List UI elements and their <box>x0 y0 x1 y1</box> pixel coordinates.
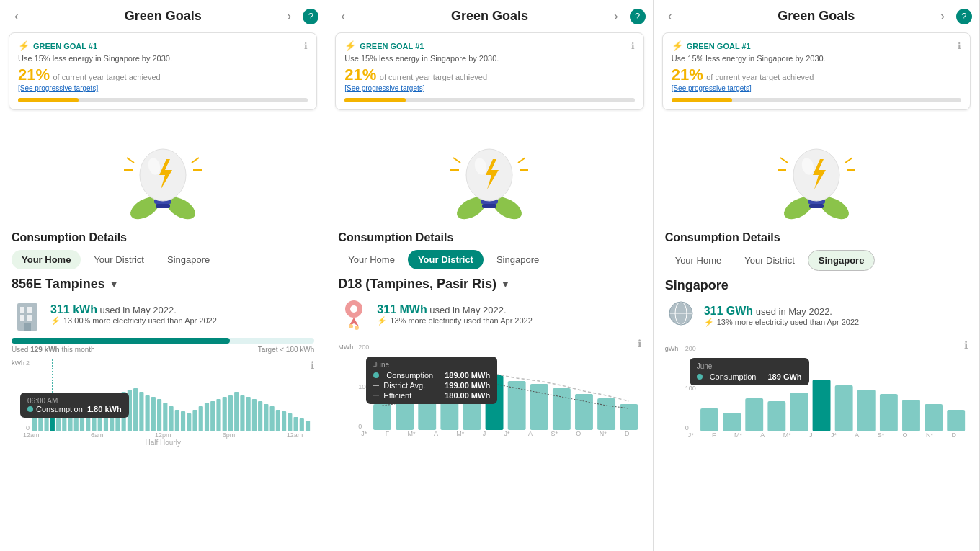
svg-rect-111 <box>767 401 785 431</box>
svg-rect-61 <box>293 417 298 431</box>
dropdown-arrow-2[interactable]: ▼ <box>501 279 510 290</box>
tab-your-district-1[interactable]: Your District <box>84 250 154 269</box>
svg-rect-57 <box>270 406 275 431</box>
svg-line-75 <box>518 158 525 163</box>
progress-bar-fill-1 <box>18 98 79 102</box>
stats-row-1: 311 kWh used in May 2022. ⚡ 13.00% more … <box>0 296 326 335</box>
svg-rect-119 <box>947 410 965 431</box>
tab-singapore-2[interactable]: Singapore <box>486 250 549 269</box>
goal-link-2[interactable]: [See progressive targets] <box>344 84 634 92</box>
bolt-small-3: ⚡ <box>704 318 714 327</box>
goals-header-2: ‹ Green Goals › ? <box>326 0 652 32</box>
goal-desc-1: Use 15% less energy in Singapore by 2030… <box>18 54 308 63</box>
prev-arrow-2[interactable]: ‹ <box>335 6 351 27</box>
prev-arrow-3[interactable]: ‹ <box>662 6 678 27</box>
goal-link-3[interactable]: [See progressive targets] <box>672 84 961 92</box>
svg-rect-89 <box>553 388 571 430</box>
svg-rect-36 <box>146 395 150 431</box>
svg-rect-43 <box>187 413 191 431</box>
x-label-row-1: 12am6am12pm6pm12am <box>12 431 314 439</box>
usage-bar-fill-1 <box>12 338 230 344</box>
tab-your-district-3[interactable]: Your District <box>734 250 805 271</box>
info-icon-3[interactable]: ℹ <box>958 41 961 51</box>
chart-container-2: June Consumption 189.00 MWh District Avg… <box>326 335 652 551</box>
kwh-main-1: 311 kWh used in May 2022. <box>50 303 314 316</box>
bolt-icon-3: ⚡ <box>672 40 683 51</box>
bulb-svg-3 <box>773 123 860 224</box>
svg-rect-21 <box>56 418 61 431</box>
tab-singapore-3[interactable]: Singapore <box>808 250 876 271</box>
bulb-svg-2 <box>446 123 533 224</box>
svg-rect-92 <box>620 404 638 430</box>
svg-rect-46 <box>205 403 209 431</box>
dropdown-arrow-1[interactable]: ▼ <box>110 279 119 290</box>
goal-card-2: ⚡ GREEN GOAL #1 ℹ Use 15% less energy in… <box>335 32 643 110</box>
svg-rect-41 <box>175 410 179 431</box>
help-btn-2[interactable]: ? <box>630 9 646 24</box>
svg-line-9 <box>192 158 199 163</box>
building-icon-3 <box>665 297 697 333</box>
kwh-sub-1: ⚡ 13.00% more electricity used than Apr … <box>50 316 314 326</box>
target-label-1: Target < 180 kWh <box>258 346 315 354</box>
goals-title-2: Green Goals <box>451 9 528 24</box>
kwh-sub-2: ⚡ 13% more electricity used than Apr 202… <box>377 316 641 326</box>
building-icon-2 <box>338 296 370 332</box>
goal-link-1[interactable]: [See progressive targets] <box>18 84 308 92</box>
tab-your-district-2[interactable]: Your District <box>408 250 484 269</box>
svg-rect-38 <box>157 399 161 431</box>
svg-rect-115 <box>858 390 876 431</box>
section-title-3: Consumption Details <box>654 231 979 250</box>
y-label-3: gWh <box>665 345 679 352</box>
next-arrow-2[interactable]: › <box>608 6 624 27</box>
next-arrow-1[interactable]: › <box>281 6 297 27</box>
location-header-3: Singapore <box>654 278 979 297</box>
info-icon-1[interactable]: ℹ <box>304 41 308 51</box>
svg-rect-109 <box>723 413 741 431</box>
next-arrow-3[interactable]: › <box>935 6 950 27</box>
tab-your-home-2[interactable]: Your Home <box>338 250 405 269</box>
tab-singapore-1[interactable]: Singapore <box>157 250 220 269</box>
stats-row-2: 311 MWh used in May 2022. ⚡ 13% more ele… <box>326 296 652 335</box>
svg-rect-54 <box>252 399 257 431</box>
svg-rect-45 <box>199 406 203 431</box>
svg-rect-14 <box>20 315 24 321</box>
bulb-svg-1 <box>120 123 206 224</box>
svg-rect-50 <box>228 395 233 431</box>
svg-line-7 <box>127 158 134 163</box>
bulb-illustration-1 <box>0 116 326 231</box>
goal-label-2: ⚡ GREEN GOAL #1 <box>344 40 424 51</box>
svg-rect-114 <box>834 385 852 431</box>
help-btn-1[interactable]: ? <box>303 9 318 24</box>
svg-rect-82 <box>396 400 414 430</box>
stats-text-3: 311 GWh used in May 2022. ⚡ 13% more ele… <box>704 305 968 327</box>
svg-rect-48 <box>216 399 220 431</box>
svg-rect-58 <box>276 410 280 431</box>
svg-rect-117 <box>902 400 920 431</box>
goal-card-3: ⚡ GREEN GOAL #1 ℹ Use 15% less energy in… <box>662 32 971 110</box>
stats-text-2: 311 MWh used in May 2022. ⚡ 13% more ele… <box>377 303 641 326</box>
usage-label-row-1: Used 129 kWh this month Target < 180 kWh <box>12 346 314 354</box>
help-btn-3[interactable]: ? <box>956 9 972 24</box>
svg-rect-116 <box>880 394 898 431</box>
svg-rect-15 <box>27 315 32 321</box>
goal-percent-3: 21% <box>672 66 703 84</box>
used-label-1: Used 129 kWh this month <box>12 346 95 354</box>
tab-row-3: Your Home Your District Singapore <box>654 250 979 278</box>
svg-rect-90 <box>575 394 593 430</box>
tab-your-home-3[interactable]: Your Home <box>665 250 732 271</box>
svg-rect-37 <box>151 397 156 431</box>
svg-rect-88 <box>530 384 548 430</box>
goals-title-3: Green Goals <box>778 9 855 24</box>
bulb-illustration-2 <box>326 116 652 231</box>
prev-arrow-1[interactable]: ‹ <box>9 6 24 27</box>
svg-rect-60 <box>288 413 292 431</box>
chart-tooltip-2: June Consumption 189.00 MWh District Avg… <box>366 357 497 404</box>
info-icon-2[interactable]: ℹ <box>631 41 635 51</box>
location-header-1: 856E Tampines ▼ <box>0 277 326 296</box>
goals-header-1: ‹ Green Goals › ? <box>0 0 326 32</box>
building-icon-1 <box>12 296 43 332</box>
bulb-illustration-3 <box>654 116 979 231</box>
y-label-1: kWh <box>12 359 24 367</box>
tab-your-home-1[interactable]: Your Home <box>12 250 81 269</box>
chart-container-3: June Consumption 189 GWh ℹ gWh 2001000 <box>654 336 979 551</box>
